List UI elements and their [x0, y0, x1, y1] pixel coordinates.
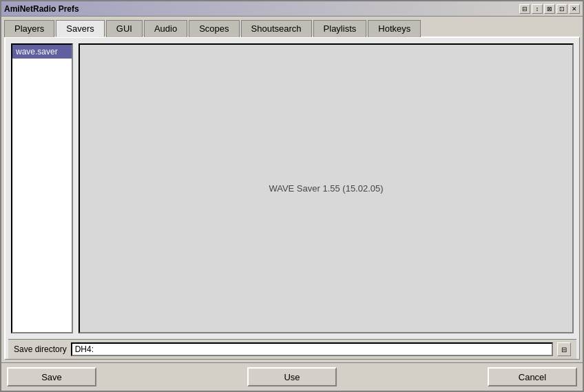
title-bar-controls: ⊟ ↕ ⊠ ⊡ ✕: [519, 4, 580, 14]
cancel-button[interactable]: Cancel: [488, 367, 577, 386]
save-button[interactable]: Save: [7, 367, 96, 386]
content-area: wave.saver WAVE Saver 1.55 (15.02.05): [6, 38, 579, 339]
saver-version-text: WAVE Saver 1.55 (15.02.05): [269, 183, 383, 194]
save-directory-bar: Save directory ⊟: [8, 339, 576, 359]
save-directory-input[interactable]: [71, 342, 553, 356]
tab-playlists[interactable]: Playlists: [313, 20, 367, 37]
restore-button[interactable]: ⊡: [556, 4, 567, 14]
saver-list[interactable]: wave.saver: [11, 43, 73, 333]
tab-shoutsearch[interactable]: Shoutsearch: [241, 20, 312, 37]
tab-hotkeys[interactable]: Hotkeys: [368, 20, 421, 37]
title-bar: AmiNetRadio Prefs ⊟ ↕ ⊠ ⊡ ✕: [1, 1, 583, 17]
saver-item-wave[interactable]: wave.saver: [12, 45, 72, 59]
save-directory-label: Save directory: [14, 344, 67, 354]
main-content-area: wave.saver WAVE Saver 1.55 (15.02.05) Sa…: [4, 37, 580, 360]
tab-audio[interactable]: Audio: [144, 20, 187, 37]
bottom-bar: Save Use Cancel: [1, 362, 583, 391]
saver-detail: WAVE Saver 1.55 (15.02.05): [79, 43, 574, 333]
tab-savers[interactable]: Savers: [56, 20, 104, 37]
window-title: AmiNetRadio Prefs: [4, 4, 79, 14]
use-button[interactable]: Use: [247, 367, 337, 386]
tab-players[interactable]: Players: [4, 20, 54, 37]
maximize-h-button[interactable]: ⊠: [544, 4, 555, 14]
save-directory-browse-button[interactable]: ⊟: [557, 342, 571, 356]
minimize-button[interactable]: ⊟: [519, 4, 530, 14]
close-button[interactable]: ✕: [569, 4, 580, 14]
main-window: AmiNetRadio Prefs ⊟ ↕ ⊠ ⊡ ✕ Players Save…: [0, 0, 584, 392]
tab-bar: Players Savers GUI Audio Scopes Shoutsea…: [1, 17, 583, 37]
tab-gui[interactable]: GUI: [106, 20, 143, 37]
tab-scopes[interactable]: Scopes: [189, 20, 239, 37]
maximize-v-button[interactable]: ↕: [532, 4, 543, 14]
